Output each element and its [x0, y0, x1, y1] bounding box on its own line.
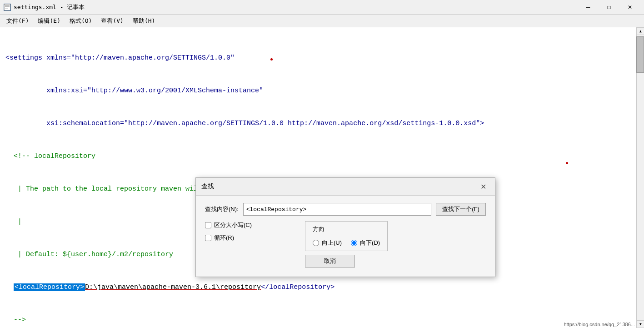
- case-sensitive-checkbox[interactable]: [205, 222, 211, 228]
- menu-edit[interactable]: 编辑(E): [33, 15, 65, 27]
- loop-label: 循环(R): [214, 234, 234, 242]
- scrollbar-arrow-down[interactable]: ▼: [637, 320, 644, 328]
- menu-file[interactable]: 文件(F): [2, 15, 33, 27]
- search-label: 查找内容(N):: [205, 205, 239, 213]
- title-bar: settings.xml - 记事本 ─ □ ✕: [0, 0, 644, 15]
- svg-rect-1: [5, 5, 10, 6]
- svg-rect-2: [5, 6, 10, 7]
- scrollbar-vertical[interactable]: ▲ ▼: [636, 27, 644, 328]
- direction-group: 方向 向上(U) 向下(D): [305, 221, 388, 251]
- url-hint: https://blog.csdn.ne/qq_21386...: [564, 322, 635, 327]
- loop-row: 循环(R): [205, 234, 296, 242]
- find-next-button[interactable]: 查找下一个(F): [436, 203, 486, 216]
- direction-options: 向上(U) 向下(D): [313, 239, 380, 247]
- maximize-button[interactable]: □: [599, 0, 619, 15]
- menu-format[interactable]: 格式(O): [65, 15, 96, 27]
- search-row: 查找内容(N): 查找下一个(F): [205, 203, 486, 216]
- menu-bar: 文件(F) 编辑(E) 格式(O) 查看(V) 帮助(H): [0, 15, 644, 27]
- find-dialog: 查找 ✕ 查找内容(N): 查找下一个(F) 区分大小写(C): [195, 177, 495, 277]
- direction-down-radio[interactable]: [351, 240, 357, 246]
- window-controls: ─ □ ✕: [578, 0, 640, 15]
- dialog-options-col: 区分大小写(C) 循环(R): [205, 221, 296, 242]
- dialog-close-button[interactable]: ✕: [477, 182, 489, 192]
- red-dot-2: [566, 162, 568, 164]
- direction-and-cancel: 方向 向上(U) 向下(D) 取消: [305, 221, 388, 267]
- cancel-button[interactable]: 取消: [305, 255, 355, 267]
- direction-label: 方向: [313, 225, 380, 233]
- dialog-title: 查找: [201, 182, 214, 191]
- loop-checkbox[interactable]: [205, 235, 211, 241]
- case-sensitive-label: 区分大小写(C): [214, 221, 252, 229]
- direction-up-label: 向上(U): [322, 239, 342, 247]
- scrollbar-thumb[interactable]: [636, 36, 644, 73]
- minimize-button[interactable]: ─: [578, 0, 599, 15]
- case-sensitive-row: 区分大小写(C): [205, 221, 296, 229]
- menu-view[interactable]: 查看(V): [96, 15, 128, 27]
- svg-rect-3: [5, 8, 8, 9]
- notepad-icon: [4, 4, 11, 11]
- search-input[interactable]: [243, 203, 431, 216]
- direction-up-row: 向上(U): [313, 239, 342, 247]
- direction-down-row: 向下(D): [351, 239, 380, 247]
- menu-help[interactable]: 帮助(H): [128, 15, 160, 27]
- dialog-bottom-row: 区分大小写(C) 循环(R) 方向 向上(U): [205, 221, 486, 267]
- dialog-body: 查找内容(N): 查找下一个(F) 区分大小写(C) 循环(R): [196, 196, 495, 277]
- window-title: settings.xml - 记事本: [14, 3, 578, 11]
- direction-down-label: 向下(D): [360, 239, 380, 247]
- editor-area[interactable]: <settings xmlns="http://maven.apache.org…: [0, 27, 644, 328]
- scrollbar-arrow-up[interactable]: ▲: [637, 27, 644, 35]
- direction-up-radio[interactable]: [313, 240, 319, 246]
- close-button[interactable]: ✕: [619, 0, 640, 15]
- dialog-title-bar: 查找 ✕: [196, 178, 495, 196]
- red-dot-1: [270, 58, 273, 61]
